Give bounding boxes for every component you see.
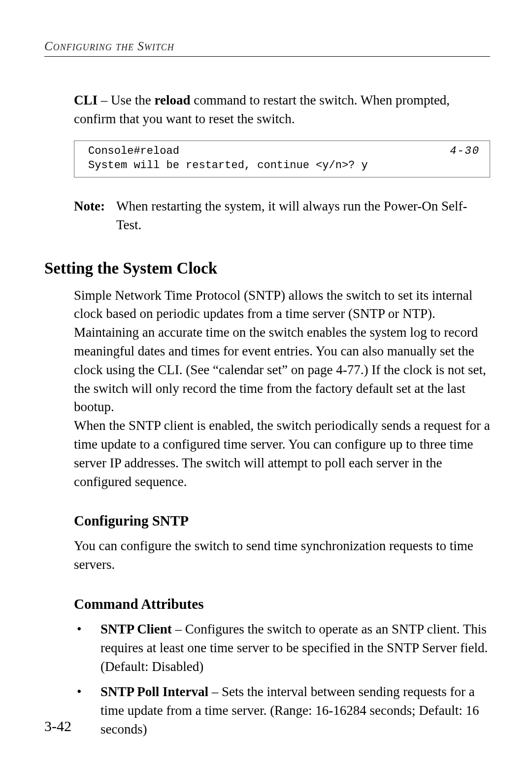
cli-pre: Use the [111,93,154,107]
note-text: When restarting the system, it will alwa… [116,197,490,235]
page-root: Configuring the Switch CLI – Use the rel… [0,0,532,774]
bullet-icon: • [74,620,100,676]
body-column: CLI – Use the reload command to restart … [74,91,490,235]
section-heading-setting-system-clock: Setting the System Clock [44,259,490,278]
code-page-ref: 4-30 [450,144,480,159]
attr-term: SNTP Poll Interval [100,684,208,699]
note-block: Note: When restarting the system, it wil… [74,197,490,235]
code-box: Console#reload System will be restarted,… [74,141,490,177]
list-item-text: SNTP Poll Interval – Sets the interval b… [100,683,490,739]
attr-term: SNTP Client [100,622,172,636]
body-column-2: Simple Network Time Protocol (SNTP) allo… [74,286,490,739]
command-attributes-list: • SNTP Client – Configures the switch to… [74,620,490,739]
subheading-command-attributes: Command Attributes [74,596,490,612]
cli-intro-paragraph: CLI – Use the reload command to restart … [74,91,490,129]
page-number: 3-42 [44,718,71,735]
note-label: Note: [74,197,116,235]
cli-dash: – [98,93,111,107]
list-item: • SNTP Client – Configures the switch to… [74,620,490,676]
list-item-text: SNTP Client – Configures the switch to o… [100,620,490,676]
sntp-overview-para-2: When the SNTP client is enabled, the swi… [74,417,490,491]
list-item: • SNTP Poll Interval – Sets the interval… [74,683,490,739]
cli-label: CLI [74,93,98,107]
subheading-configuring-sntp: Configuring SNTP [74,513,490,529]
code-lines: Console#reload System will be restarted,… [88,144,368,173]
cli-cmd: reload [155,93,191,107]
configuring-sntp-para: You can configure the switch to send tim… [74,537,490,574]
bullet-icon: • [74,683,100,739]
running-head: Configuring the Switch [44,39,490,57]
sntp-overview-para-1: Simple Network Time Protocol (SNTP) allo… [74,286,490,417]
